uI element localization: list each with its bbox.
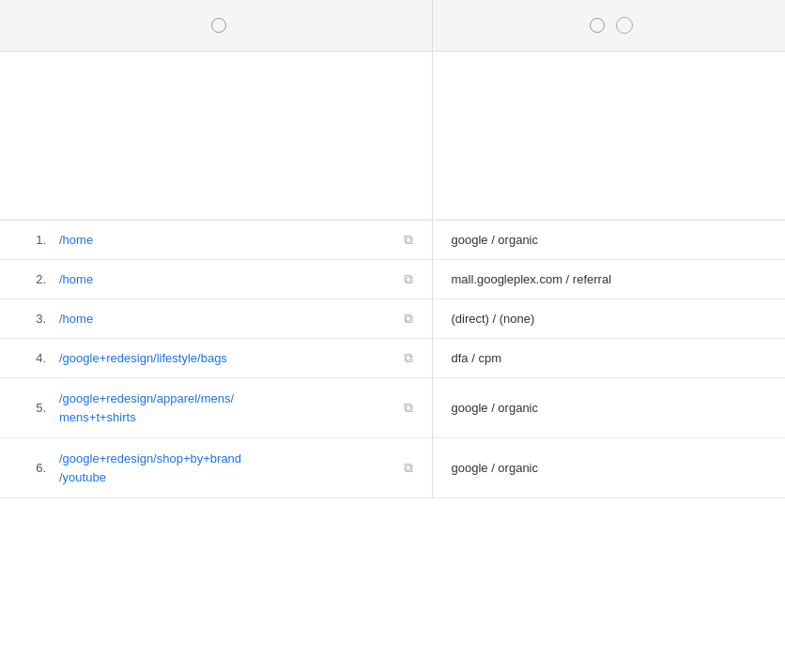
table-row: 6./google+redesign/shop+by+brand/youtube… [0, 438, 785, 498]
analytics-table: 1./home⧉google / organic2./home⧉mall.goo… [0, 0, 785, 498]
empty-source-cell [432, 52, 785, 221]
source-medium-cell: google / organic [432, 378, 785, 438]
landing-page-cell: 5./google+redesign/apparel/mens/mens+t+s… [0, 378, 432, 438]
row-number: 5. [19, 401, 52, 415]
empty-landing-cell [0, 52, 432, 221]
row-number: 3. [19, 312, 52, 326]
source-medium-cell: google / organic [432, 438, 785, 498]
copy-icon[interactable]: ⧉ [404, 350, 413, 366]
copy-icon[interactable]: ⧉ [404, 460, 413, 476]
source-medium-help-icon[interactable] [590, 18, 605, 33]
copy-icon[interactable]: ⧉ [404, 232, 413, 248]
copy-icon[interactable]: ⧉ [404, 271, 413, 287]
landing-page-cell: 4./google+redesign/lifestyle/bags⧉ [0, 339, 432, 378]
source-medium-cell: (direct) / (none) [432, 299, 785, 339]
row-number: 4. [19, 351, 52, 365]
copy-icon[interactable]: ⧉ [404, 311, 413, 327]
source-medium-cell: dfa / cpm [432, 339, 785, 378]
empty-row [0, 52, 785, 221]
row-number: 1. [19, 233, 52, 247]
landing-page-link[interactable]: /google+redesign/apparel/mens/mens+t+shi… [59, 391, 234, 424]
landing-page-cell: 3./home⧉ [0, 299, 432, 339]
landing-page-cell: 2./home⧉ [0, 260, 432, 299]
landing-page-link[interactable]: /home [59, 272, 93, 286]
table-row: 3./home⧉(direct) / (none) [0, 299, 785, 339]
landing-page-cell: 6./google+redesign/shop+by+brand/youtube… [0, 438, 432, 498]
landing-page-link[interactable]: /google+redesign/shop+by+brand/youtube [59, 451, 241, 484]
table-row: 1./home⧉google / organic [0, 221, 785, 260]
landing-page-link[interactable]: /home [59, 312, 93, 326]
table-header [0, 0, 785, 52]
row-number: 2. [19, 272, 52, 286]
landing-page-header [0, 0, 432, 52]
landing-page-link[interactable]: /google+redesign/lifestyle/bags [59, 351, 227, 365]
source-medium-header [432, 0, 785, 52]
row-number: 6. [19, 461, 52, 475]
table-row: 4./google+redesign/lifestyle/bags⧉dfa / … [0, 339, 785, 378]
landing-page-help-icon[interactable] [211, 18, 226, 33]
landing-page-cell: 1./home⧉ [0, 221, 432, 260]
table-row: 2./home⧉mall.googleplex.com / referral [0, 260, 785, 299]
table-row: 5./google+redesign/apparel/mens/mens+t+s… [0, 378, 785, 438]
landing-page-link[interactable]: /home [59, 233, 93, 247]
source-medium-cell: mall.googleplex.com / referral [432, 260, 785, 299]
source-medium-close-icon[interactable] [616, 17, 633, 34]
copy-icon[interactable]: ⧉ [404, 400, 413, 416]
source-medium-cell: google / organic [432, 221, 785, 260]
